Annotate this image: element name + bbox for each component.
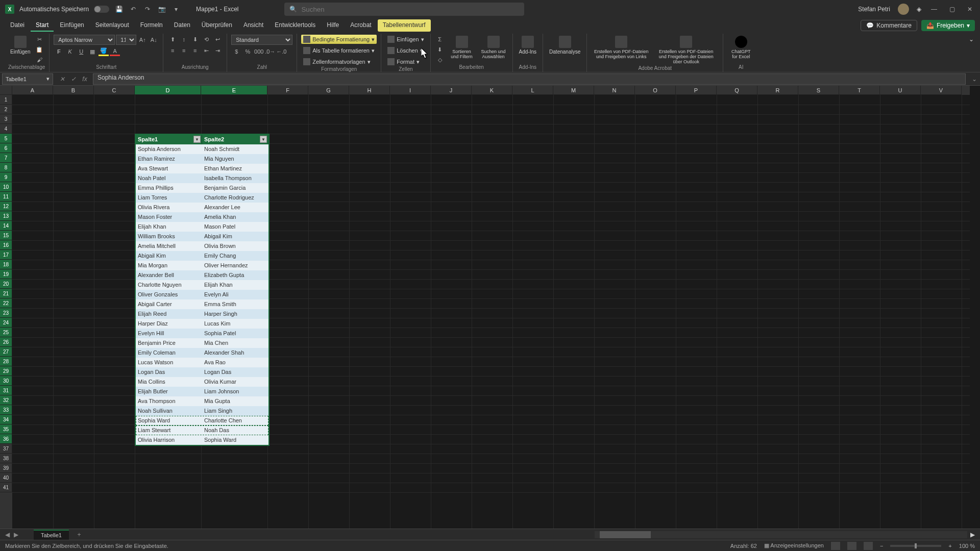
copy-icon[interactable]: 📋 (34, 45, 44, 54)
wrap-text-icon[interactable]: ↩ (212, 35, 223, 44)
col-header-U[interactable]: U (880, 86, 921, 95)
table-cell[interactable]: Benjamin Price (136, 338, 202, 348)
table-row[interactable]: Amelia MitchellOlivia Brown (136, 241, 268, 251)
bold-icon[interactable]: F (54, 47, 64, 56)
currency-icon[interactable]: $ (231, 47, 241, 56)
dedent-icon[interactable]: ⇤ (201, 46, 211, 55)
table-cell[interactable]: Liam Torres (136, 193, 202, 203)
table-row[interactable]: Harper DiazLucas Kim (136, 319, 268, 329)
table-cell[interactable]: Emily Chang (202, 251, 268, 261)
font-color-icon[interactable]: A (110, 47, 120, 56)
col-header-G[interactable]: G (308, 86, 349, 95)
table-cell[interactable]: Alexander Lee (202, 203, 268, 212)
row-header[interactable]: 41 (0, 483, 12, 492)
table-cell[interactable]: Mia Gupta (202, 396, 268, 406)
row-header[interactable]: 31 (0, 386, 12, 395)
table-cell[interactable]: Ava Stewart (136, 164, 202, 173)
minimize-icon[interactable]: — (929, 6, 939, 13)
row-header[interactable]: 26 (0, 337, 12, 347)
align-center-icon[interactable]: ≡ (179, 46, 189, 55)
tab-start[interactable]: Start (31, 19, 54, 32)
table-cell[interactable]: Emma Smith (202, 299, 268, 309)
view-page-layout-icon[interactable] (847, 542, 856, 550)
row-header[interactable]: 11 (0, 192, 12, 202)
decrease-font-icon[interactable]: A↓ (149, 35, 159, 44)
display-settings-button[interactable]: ▦ Anzeigeeinstellungen (764, 542, 824, 549)
zoom-in-icon[interactable]: + (948, 543, 951, 549)
horizontal-scrollbar[interactable] (595, 531, 967, 538)
sort-filter-button[interactable]: Sortieren und Filtern (447, 35, 477, 60)
format-painter-icon[interactable]: 🖌 (34, 55, 44, 64)
table-row[interactable]: Emma PhillipsBenjamin Garcia (136, 183, 268, 193)
table-cell[interactable]: Mia Chen (202, 338, 268, 348)
table-row[interactable]: Ava ThompsonMia Gupta (136, 396, 268, 406)
table-cell[interactable]: Logan Das (136, 367, 202, 377)
format-cells-button[interactable]: Format ▾ (385, 57, 422, 66)
maximize-icon[interactable]: ▢ (947, 6, 957, 13)
undo-icon[interactable]: ↶ (129, 5, 138, 14)
row-header[interactable]: 21 (0, 289, 12, 298)
col-header-M[interactable]: M (553, 86, 594, 95)
col-header-S[interactable]: S (798, 86, 839, 95)
table-row[interactable]: Noah PatelIsabella Thompson (136, 173, 268, 183)
tab-acrobat[interactable]: Acrobat (345, 19, 376, 32)
col-header-R[interactable]: R (757, 86, 798, 95)
table-cell[interactable]: Ethan Martinez (202, 164, 268, 173)
accept-formula-icon[interactable]: ✓ (68, 74, 79, 84)
table-cell[interactable]: Sophia Ward (136, 416, 202, 425)
row-header[interactable]: 15 (0, 231, 12, 240)
font-size-select[interactable]: 11 (116, 35, 136, 45)
sheet-next-icon[interactable]: ▶ (14, 531, 18, 538)
number-format-select[interactable]: Standard (231, 35, 292, 45)
filter-icon[interactable]: ▼ (260, 136, 267, 143)
spreadsheet-grid[interactable]: ABCDEFGHIJKLMNOPQRSTUV 12345678910111213… (0, 86, 980, 529)
acrobat-pdf-outlook-button[interactable]: Erstellen von PDF-Dateien und Freigeben … (653, 35, 719, 65)
table-cell[interactable]: Elijah Khan (202, 280, 268, 290)
row-header[interactable]: 12 (0, 202, 12, 211)
table-cell[interactable]: Elijah Reed (136, 309, 202, 319)
table-cell[interactable]: Ava Thompson (136, 396, 202, 406)
table-cell[interactable]: Ethan Ramirez (136, 154, 202, 164)
row-header[interactable]: 9 (0, 172, 12, 182)
table-cell[interactable]: Liam Johnson (202, 387, 268, 396)
table-cell[interactable]: Lucas Kim (202, 319, 268, 329)
table-cell[interactable]: Olivia Kumar (202, 377, 268, 387)
name-box[interactable]: Tabelle1▾ (2, 73, 53, 85)
fill-color-icon[interactable]: 🪣 (99, 47, 109, 56)
table-cell[interactable]: Mia Collins (136, 377, 202, 387)
table-cell[interactable]: Charlotte Nguyen (136, 280, 202, 290)
qat-more-icon[interactable]: ▾ (172, 5, 181, 14)
row-header[interactable]: 13 (0, 211, 12, 221)
conditional-formatting-button[interactable]: Bedingte Formatierung ▾ (301, 35, 377, 44)
col-header-I[interactable]: I (390, 86, 431, 95)
table-cell[interactable]: Olivia Brown (202, 241, 268, 251)
font-name-select[interactable]: Aptos Narrow (54, 35, 115, 45)
table-cell[interactable]: Abigail Carter (136, 299, 202, 309)
table-cell[interactable]: Amelia Khan (202, 212, 268, 222)
table-row[interactable]: Liam TorresCharlotte Rodriguez (136, 193, 268, 203)
table-cell[interactable]: Emma Phillips (136, 183, 202, 193)
formula-input[interactable]: Sophia Anderson (93, 73, 966, 85)
row-header[interactable]: 18 (0, 260, 12, 269)
table-cell[interactable]: Amelia Mitchell (136, 241, 202, 251)
align-left-icon[interactable]: ≡ (167, 46, 178, 55)
tab-seitenlayout[interactable]: Seitenlayout (90, 19, 134, 32)
table-row[interactable]: Evelyn HillSophia Patel (136, 329, 268, 338)
sheet-tab-active[interactable]: Tabelle1 (34, 530, 69, 540)
zoom-level[interactable]: 100 % (959, 543, 975, 549)
table-row[interactable]: William BrooksAbigail Kim (136, 232, 268, 241)
table-cell[interactable]: Elizabeth Gupta (202, 270, 268, 280)
row-header[interactable]: 38 (0, 454, 12, 463)
col-header-A[interactable]: A (12, 86, 53, 95)
tab-formeln[interactable]: Formeln (135, 19, 168, 32)
col-header-F[interactable]: F (267, 86, 308, 95)
table-row[interactable]: Abigail KimEmily Chang (136, 251, 268, 261)
table-cell[interactable]: Olivia Harrison (136, 435, 202, 445)
row-header[interactable]: 39 (0, 463, 12, 473)
table-cell[interactable]: Charlotte Chen (202, 416, 268, 425)
align-bottom-icon[interactable]: ⬇ (190, 35, 200, 44)
table-row[interactable]: Noah SullivanLiam Singh (136, 406, 268, 416)
row-header[interactable]: 28 (0, 357, 12, 366)
table-row[interactable]: Logan DasLogan Das (136, 367, 268, 377)
col-header-E[interactable]: E (201, 86, 267, 95)
